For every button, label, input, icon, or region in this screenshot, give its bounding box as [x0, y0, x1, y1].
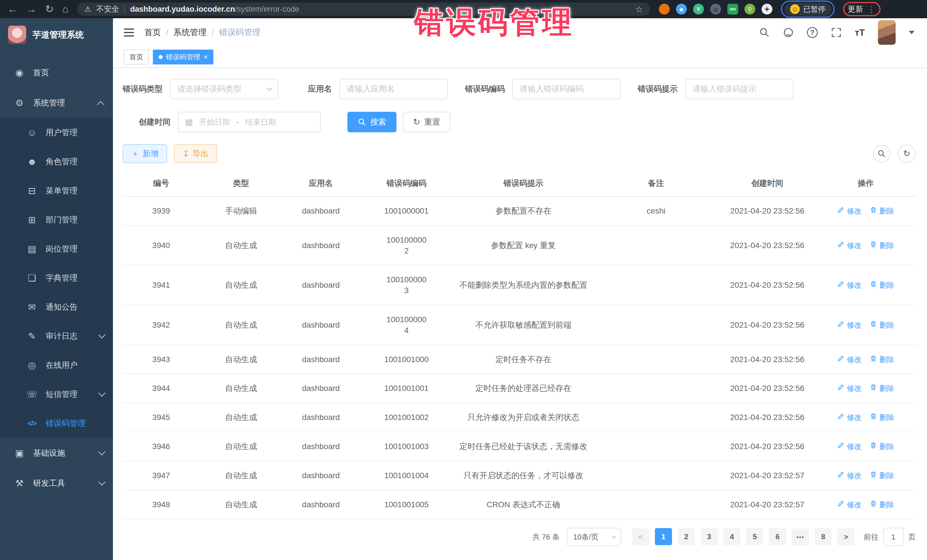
- toggle-search-button[interactable]: [873, 145, 891, 162]
- sidebar-item-notice[interactable]: ✉通知公告: [0, 293, 113, 322]
- breadcrumb-item[interactable]: 首页: [144, 27, 161, 38]
- blue-gem-extension-icon[interactable]: ◆: [676, 4, 687, 15]
- sidebar-item-post[interactable]: ▤岗位管理: [0, 234, 113, 264]
- browser-home-icon[interactable]: ⌂: [62, 4, 68, 14]
- breadcrumb-item[interactable]: 系统管理: [173, 27, 207, 38]
- browser-forward-icon[interactable]: →: [26, 4, 36, 14]
- tab-error-code[interactable]: 错误码管理×: [153, 50, 213, 64]
- delete-link[interactable]: 删除: [870, 500, 894, 510]
- delete-link[interactable]: 删除: [870, 241, 894, 250]
- delete-link[interactable]: 删除: [870, 413, 894, 423]
- export-button[interactable]: ↧ 导出: [174, 144, 217, 163]
- page-size-select[interactable]: 10条/页: [567, 528, 621, 546]
- orange-ring-extension-icon[interactable]: [659, 4, 670, 15]
- goto-page-input[interactable]: [883, 528, 904, 546]
- prev-page-button[interactable]: <: [632, 528, 649, 545]
- delete-link[interactable]: 删除: [870, 206, 894, 216]
- edit-link[interactable]: 修改: [837, 355, 862, 365]
- sidebar-item-menu[interactable]: ⊟菜单管理: [0, 176, 113, 205]
- delete-link[interactable]: 删除: [870, 384, 894, 393]
- edit-pencil-icon: [837, 442, 845, 452]
- docs-help-icon[interactable]: ?: [807, 27, 818, 38]
- error-code-input[interactable]: [512, 79, 621, 99]
- edit-link[interactable]: 修改: [837, 320, 862, 330]
- org-tree-icon: ⊞: [25, 214, 39, 225]
- page-button-4[interactable]: 4: [723, 528, 740, 545]
- edit-link[interactable]: 修改: [837, 500, 862, 510]
- switch-on-extension-icon[interactable]: on: [727, 4, 738, 15]
- cell-code: 1001000002: [359, 226, 453, 266]
- puzzle-extension-icon[interactable]: ✚: [761, 4, 772, 15]
- edit-link[interactable]: 修改: [837, 280, 862, 290]
- avatar-caret-icon[interactable]: [909, 31, 915, 34]
- breadcrumb: 首页/系统管理/错误码管理: [144, 27, 260, 38]
- hamburger-icon[interactable]: [124, 29, 134, 36]
- edit-link[interactable]: 修改: [837, 413, 862, 423]
- edit-link[interactable]: 修改: [837, 206, 862, 216]
- page-button-3[interactable]: 3: [701, 528, 718, 545]
- page-button-8[interactable]: 8: [815, 528, 832, 545]
- sidebar-logo-row[interactable]: 芋道管理系统: [0, 18, 113, 51]
- sidebar-item-sms[interactable]: ☏短信管理: [0, 380, 113, 409]
- sidebar-item-home[interactable]: ◉首页: [0, 58, 113, 88]
- sidebar-item-user[interactable]: ☺用户管理: [0, 118, 113, 147]
- column-header: 错误码提示: [453, 170, 593, 196]
- delete-link[interactable]: 删除: [870, 320, 894, 330]
- cell-actions: 修改删除: [816, 374, 916, 403]
- avatar[interactable]: [878, 20, 896, 45]
- infrastructure-icon: ▣: [12, 448, 26, 458]
- edit-link[interactable]: 修改: [837, 241, 862, 250]
- not-secure-warning-icon: ⚠: [84, 5, 91, 14]
- bookmark-star-icon[interactable]: ☆: [635, 4, 643, 14]
- cell-code: 1001001005: [359, 490, 453, 519]
- browser-back-icon[interactable]: ←: [8, 4, 18, 14]
- key-extension-icon[interactable]: ⚲: [745, 4, 755, 15]
- profile-paused-badge[interactable]: ☺ 已暂停: [784, 3, 831, 16]
- app-name-input[interactable]: [339, 79, 448, 99]
- error-message-input[interactable]: [685, 79, 793, 99]
- vue-devtools-extension-icon[interactable]: V: [693, 4, 704, 15]
- sidebar-item-infra[interactable]: ▣基础设施: [0, 438, 113, 468]
- grid-extension-icon[interactable]: ▦: [710, 4, 721, 15]
- add-button[interactable]: ＋ 新增: [123, 144, 167, 163]
- sidebar-item-dict[interactable]: ❏字典管理: [0, 264, 113, 293]
- sidebar-item-error-code[interactable]: </>错误码管理: [0, 409, 113, 438]
- sidebar-item-system[interactable]: ⚙系统管理: [0, 88, 113, 118]
- page-button-2[interactable]: 2: [678, 528, 695, 545]
- sidebar-item-dept[interactable]: ⊞部门管理: [0, 205, 113, 234]
- delete-link[interactable]: 删除: [870, 471, 894, 481]
- page-button-5[interactable]: 5: [746, 528, 763, 545]
- search-icon[interactable]: [759, 27, 770, 38]
- tag-close-icon[interactable]: ×: [204, 54, 208, 61]
- error-type-select[interactable]: 请选择错误码类型: [170, 79, 278, 99]
- browser-update-button[interactable]: 更新: [848, 4, 863, 14]
- sidebar-item-online-user[interactable]: ◎在线用户: [0, 351, 113, 380]
- fullscreen-icon[interactable]: [831, 27, 842, 38]
- sidebar-item-dev-tools[interactable]: ⚒研发工具: [0, 468, 113, 498]
- github-icon[interactable]: [783, 27, 794, 38]
- sidebar-item-audit-log[interactable]: ✎审计日志: [0, 322, 113, 351]
- font-size-icon[interactable]: тT: [855, 27, 865, 38]
- delete-link[interactable]: 删除: [870, 442, 894, 452]
- reset-button[interactable]: ↻ 重置: [403, 112, 450, 132]
- sidebar-item-role[interactable]: ☻角色管理: [0, 147, 113, 176]
- date-range-picker[interactable]: ▦ 开始日期 - 结束日期: [178, 112, 321, 132]
- filter-label: 错误码类型: [123, 83, 163, 94]
- goto-suffix-label: 页: [908, 532, 916, 542]
- cell-remark: [593, 461, 719, 490]
- next-page-button[interactable]: >: [837, 528, 854, 545]
- refresh-table-button[interactable]: ↻: [898, 145, 916, 162]
- page-button-6[interactable]: 6: [769, 528, 786, 545]
- edit-link[interactable]: 修改: [837, 471, 862, 481]
- browser-refresh-icon[interactable]: ↻: [45, 4, 54, 14]
- browser-extensions: ◆V▦on⚲✚: [659, 4, 772, 15]
- tab-home[interactable]: 首页: [124, 50, 149, 64]
- edit-link[interactable]: 修改: [837, 384, 862, 393]
- edit-link[interactable]: 修改: [837, 442, 862, 452]
- page-button-1[interactable]: 1: [655, 528, 672, 545]
- page-ellipsis[interactable]: •••: [792, 529, 809, 546]
- browser-menu-kebab-icon[interactable]: ⋮: [867, 4, 876, 14]
- search-button[interactable]: 搜索: [347, 112, 397, 132]
- delete-link[interactable]: 删除: [870, 355, 894, 365]
- delete-link[interactable]: 删除: [870, 280, 894, 290]
